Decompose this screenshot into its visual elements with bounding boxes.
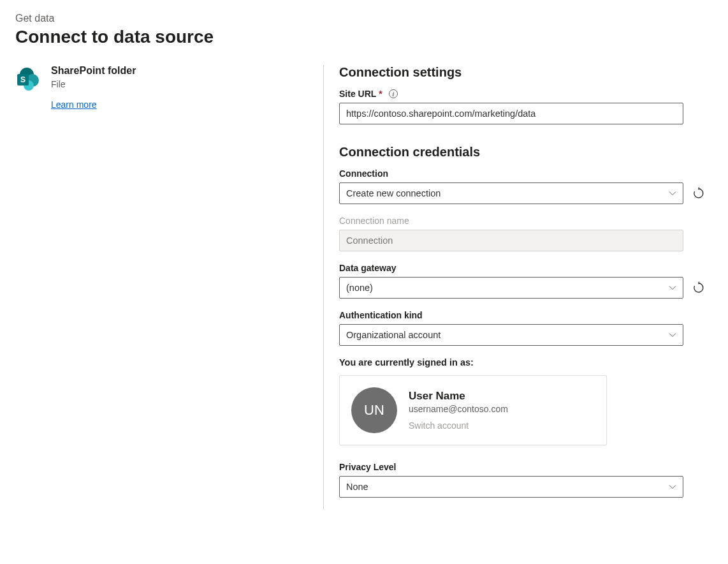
chevron-down-icon bbox=[669, 189, 676, 197]
data-gateway-select[interactable]: (none) bbox=[339, 277, 683, 299]
chevron-down-icon bbox=[669, 331, 676, 339]
svg-text:S: S bbox=[20, 75, 25, 84]
privacy-level-select[interactable]: None bbox=[339, 476, 683, 498]
connection-name-label: Connection name bbox=[339, 216, 705, 226]
data-gateway-label: Data gateway bbox=[339, 263, 705, 273]
settings-panel: Connection settings Site URL * i Connect… bbox=[323, 65, 713, 509]
source-title: SharePoint folder bbox=[51, 65, 136, 77]
connection-credentials-heading: Connection credentials bbox=[339, 145, 705, 160]
auth-kind-label: Authentication kind bbox=[339, 310, 705, 320]
auth-kind-select-value: Organizational account bbox=[346, 330, 440, 340]
user-email: username@contoso.com bbox=[409, 404, 508, 414]
chevron-down-icon bbox=[669, 483, 676, 491]
sharepoint-icon: S bbox=[15, 66, 41, 92]
privacy-level-select-value: None bbox=[346, 482, 368, 492]
breadcrumb: Get data bbox=[15, 13, 713, 24]
switch-account-link[interactable]: Switch account bbox=[409, 420, 508, 431]
page-title: Connect to data source bbox=[15, 27, 713, 47]
page-header: Get data Connect to data source bbox=[15, 13, 713, 47]
avatar: UN bbox=[351, 387, 397, 433]
connection-settings-heading: Connection settings bbox=[339, 65, 705, 80]
privacy-level-label: Privacy Level bbox=[339, 462, 705, 472]
source-panel: S SharePoint folder File Learn more bbox=[15, 65, 323, 509]
required-indicator: * bbox=[379, 89, 382, 99]
auth-kind-select[interactable]: Organizational account bbox=[339, 324, 683, 346]
user-name: User Name bbox=[409, 390, 508, 403]
learn-more-link[interactable]: Learn more bbox=[51, 100, 97, 110]
refresh-icon[interactable] bbox=[692, 281, 705, 294]
connection-select[interactable]: Create new connection bbox=[339, 182, 683, 204]
data-gateway-select-value: (none) bbox=[346, 283, 373, 293]
user-card: UN User Name username@contoso.com Switch… bbox=[339, 375, 607, 445]
site-url-label: Site URL * i bbox=[339, 89, 705, 99]
chevron-down-icon bbox=[669, 284, 676, 292]
source-subtitle: File bbox=[51, 79, 136, 89]
info-icon[interactable]: i bbox=[389, 89, 398, 98]
connection-name-input bbox=[339, 230, 683, 251]
refresh-icon[interactable] bbox=[692, 187, 705, 200]
connection-select-value: Create new connection bbox=[346, 188, 440, 198]
connection-label: Connection bbox=[339, 168, 705, 179]
signed-in-label: You are currently signed in as: bbox=[339, 357, 705, 367]
site-url-input[interactable] bbox=[339, 103, 683, 124]
